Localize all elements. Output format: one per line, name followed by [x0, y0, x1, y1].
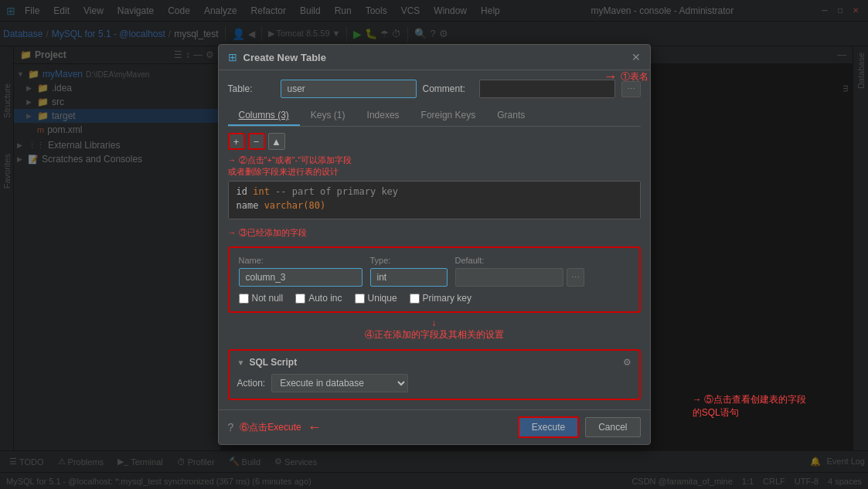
help-button[interactable]: ?: [228, 421, 234, 433]
modal-title: Create New Table: [243, 52, 625, 63]
modal-table-icon: ⊞: [228, 51, 237, 63]
comment-input[interactable]: [479, 80, 615, 98]
modal-body: Table: Comment: ⋯ → ①表名 Columns (3) K: [219, 70, 650, 409]
sql-header: ▼ SQL Script ⚙: [237, 357, 631, 368]
arrow-icon-2: →: [228, 155, 237, 165]
action-label: Action:: [237, 378, 266, 389]
modal-tab-keys[interactable]: Keys (1): [300, 106, 356, 126]
modal-header: ⊞ Create New Table ✕: [219, 45, 650, 70]
field-name-label: Name:: [239, 256, 363, 265]
default-expand-btn[interactable]: ⋯: [567, 268, 584, 287]
sql-gear-icon[interactable]: ⚙: [623, 357, 631, 368]
add-column-button[interactable]: +: [228, 133, 245, 150]
primary-key-checkbox[interactable]: Primary key: [410, 293, 471, 304]
arrow-icon-1: →: [604, 69, 618, 85]
columns-left: + − ▲ → ②点击"+"或者"-"可以添加字段或者删除字段来进行表的设计 i…: [228, 133, 641, 242]
annotation-text-4: ④正在添加的字段及其相关的设置: [365, 329, 504, 340]
col-row-id[interactable]: id int -- part of primary key: [232, 185, 637, 199]
columns-area: + − ▲ → ②点击"+"或者"-"可以添加字段或者删除字段来进行表的设计 i…: [228, 133, 641, 242]
column-list: id int -- part of primary key name varch…: [228, 181, 641, 219]
field-editor: Name: Type: Default: ⋯: [228, 246, 641, 313]
arrow-icon-4: ↓: [432, 318, 437, 328]
col-name-name: name: [237, 200, 259, 211]
col-name-type: varchar(80): [264, 200, 325, 211]
unique-checkbox[interactable]: Unique: [355, 293, 397, 304]
create-table-modal: ⊞ Create New Table ✕ Table: Comment: ⋯ →…: [218, 44, 651, 445]
modal-overlay: ⊞ Create New Table ✕ Table: Comment: ⋯ →…: [0, 0, 868, 489]
execute-button[interactable]: Execute: [518, 416, 579, 438]
move-up-button[interactable]: ▲: [268, 133, 285, 150]
annotation-text-3: ③已经添加的字段: [239, 228, 307, 237]
annotation-text-1: ①表名: [621, 70, 648, 83]
table-name-input[interactable]: [281, 80, 417, 98]
not-null-checkbox[interactable]: Not null: [239, 293, 284, 304]
col-row-name[interactable]: name varchar(80): [232, 199, 637, 212]
annotation-1: → ①表名: [604, 69, 648, 85]
modal-tab-indexes[interactable]: Indexes: [356, 106, 410, 126]
annotation-text-5: ⑤点击查看创建表的字段的SQL语句: [693, 394, 806, 418]
annotation-3: → ③已经添加的字段: [228, 227, 641, 239]
modal-tab-foreign-keys[interactable]: Foreign Keys: [410, 106, 487, 126]
modal-footer: ? ⑥点击Execute ← Execute Cancel: [219, 409, 650, 444]
field-name-group: Name:: [239, 256, 363, 287]
field-type-label: Type:: [370, 256, 448, 265]
field-default-group: Default: ⋯: [455, 256, 584, 287]
modal-tab-columns[interactable]: Columns (3): [228, 106, 300, 126]
sql-collapse-btn[interactable]: ▼: [237, 358, 245, 367]
sql-action-row: Action: Execute in database Generate DDL…: [237, 374, 631, 392]
table-label: Table:: [228, 83, 274, 94]
annotation-6-area: ⑥点击Execute ←: [240, 419, 511, 436]
field-name-input[interactable]: [239, 268, 363, 287]
col-id-name: id: [237, 186, 247, 197]
table-form-row: Table: Comment: ⋯: [228, 80, 641, 98]
annotation-5: → ⑤点击查看创建表的字段的SQL语句: [693, 393, 806, 419]
table-action-buttons: + − ▲: [228, 133, 641, 150]
col-id-type: int: [253, 186, 270, 197]
sql-title: SQL Script: [249, 357, 297, 368]
annotation-text-2: ②点击"+"或者"-"可以添加字段或者删除字段来进行表的设计: [228, 155, 352, 176]
auto-inc-checkbox[interactable]: Auto inc: [295, 293, 342, 304]
annotation-text-6: ⑥点击Execute: [240, 421, 301, 434]
field-type-input[interactable]: [370, 268, 448, 287]
annotation-4: ↓ ④正在添加的字段及其相关的设置: [228, 318, 641, 341]
arrow-icon-3: →: [228, 228, 237, 237]
comment-label: Comment:: [423, 83, 473, 94]
annotation-2: → ②点击"+"或者"-"可以添加字段或者删除字段来进行表的设计: [228, 155, 641, 178]
field-default-label: Default:: [455, 256, 584, 265]
field-checkboxes: Not null Auto inc Unique Primary key: [239, 293, 630, 304]
cancel-button[interactable]: Cancel: [585, 417, 640, 437]
sql-script-section: ▼ SQL Script ⚙ Action: Execute in databa…: [228, 349, 641, 400]
field-type-group: Type:: [370, 256, 448, 287]
arrow-icon-6: ←: [308, 419, 322, 436]
arrow-icon-5: →: [693, 394, 702, 405]
field-row-main: Name: Type: Default: ⋯: [239, 256, 630, 287]
modal-tab-grants[interactable]: Grants: [486, 106, 536, 126]
action-select[interactable]: Execute in database Generate DDL to clip…: [271, 374, 408, 392]
modal-close-button[interactable]: ✕: [631, 51, 641, 63]
field-default-input[interactable]: [455, 268, 563, 287]
modal-tabs: Columns (3) Keys (1) Indexes Foreign Key…: [228, 106, 641, 127]
remove-column-button[interactable]: −: [248, 133, 265, 150]
